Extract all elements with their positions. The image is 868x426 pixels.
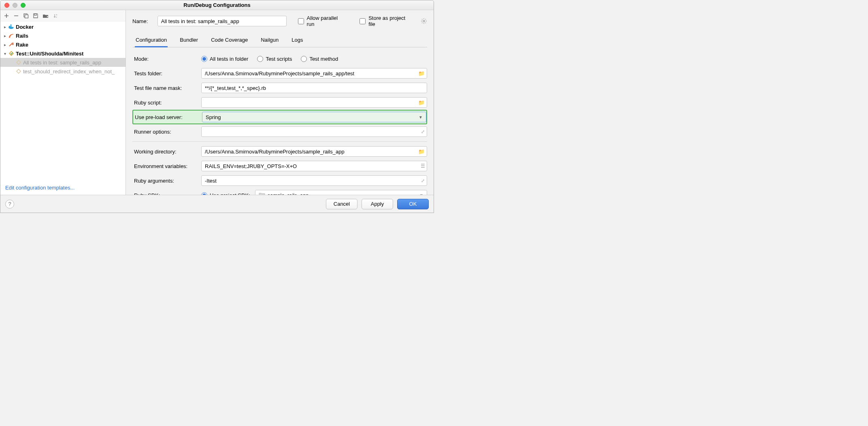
chevron-right-icon: ▸ [2, 25, 8, 29]
sidebar: az ▸ Docker ▸ Rails ▸ Rake [0, 10, 126, 195]
svg-point-8 [423, 20, 425, 22]
save-icon[interactable] [33, 13, 38, 19]
mode-radio-scripts[interactable]: Test scripts [257, 56, 292, 62]
svg-rect-1 [25, 15, 28, 18]
name-label: Name: [132, 18, 152, 24]
tab-bundler[interactable]: Bundler [179, 34, 199, 47]
mask-input[interactable] [201, 83, 427, 93]
tree-node-docker[interactable]: ▸ Docker [0, 22, 126, 31]
add-icon[interactable] [4, 13, 9, 19]
config-name-input[interactable] [157, 16, 287, 26]
config-tree: ▸ Docker ▸ Rails ▸ Rake ▾ Test:: [0, 21, 126, 181]
test-icon [15, 68, 22, 74]
store-project-checkbox[interactable]: Store as project file [360, 15, 413, 27]
dialog-footer: ? Cancel Apply OK [0, 195, 434, 213]
chevron-right-icon: ▸ [2, 34, 8, 38]
rails-icon [8, 33, 15, 38]
tree-node-rake[interactable]: ▸ Rake [0, 40, 126, 49]
mode-radio-folder[interactable]: All tests in folder [201, 56, 248, 62]
svg-rect-7 [11, 25, 12, 26]
sidebar-toolbar: az [0, 10, 126, 21]
edit-templates-link[interactable]: Edit configuration templates... [5, 185, 74, 191]
expand-icon[interactable]: ⤢ [421, 178, 425, 183]
copy-icon[interactable] [23, 13, 29, 19]
tree-node-rails[interactable]: ▸ Rails [0, 31, 126, 40]
folder-move-icon[interactable] [43, 13, 49, 19]
env-input[interactable] [201, 161, 427, 171]
tests-folder-label: Tests folder: [132, 70, 201, 77]
window-minimize-button[interactable] [13, 3, 17, 8]
folder-icon[interactable]: 📁 [418, 70, 425, 77]
expand-icon[interactable]: ⤢ [421, 129, 425, 134]
rubyargs-input[interactable] [201, 175, 427, 186]
tab-logs[interactable]: Logs [291, 34, 304, 47]
titlebar: Run/Debug Configurations [0, 0, 434, 10]
ruby-script-input[interactable] [201, 97, 427, 108]
mask-label: Test file name mask: [132, 85, 201, 91]
config-panel: Name: Allow parallel run Store as projec… [126, 10, 434, 195]
window-close-button[interactable] [4, 3, 9, 8]
chevron-down-icon: ▼ [419, 115, 423, 119]
ruby-script-label: Ruby script: [132, 100, 201, 106]
tree-label: test_should_redirect_index_when_not_ [23, 68, 115, 75]
svg-rect-2 [34, 14, 36, 15]
sdk-select[interactable]: sample_rails_app ▼ [255, 190, 427, 195]
test-icon [8, 51, 15, 56]
folder-icon [259, 192, 265, 195]
rake-icon [8, 42, 15, 47]
preload-select[interactable]: Spring ▼ [202, 112, 426, 122]
allow-parallel-checkbox[interactable]: Allow parallel run [298, 15, 347, 27]
config-tabs: Configuration Bundler Code Coverage Nail… [132, 34, 427, 47]
list-icon[interactable]: ☰ [421, 163, 425, 169]
checkbox-label: Allow parallel run [307, 15, 347, 27]
preload-label: Use pre-load server: [133, 114, 202, 120]
ok-button[interactable]: OK [397, 199, 429, 209]
tree-node-redirecttest[interactable]: test_should_redirect_index_when_not_ [0, 67, 126, 76]
divider [132, 141, 427, 142]
tab-configuration[interactable]: Configuration [135, 34, 168, 47]
apply-button[interactable]: Apply [362, 199, 393, 209]
remove-icon[interactable] [13, 13, 19, 19]
rubyargs-label: Ruby arguments: [132, 178, 201, 184]
tree-label: Rake [16, 42, 28, 48]
checkbox-label: Store as project file [368, 15, 413, 27]
tree-label: Rails [16, 33, 28, 39]
wd-input[interactable] [201, 146, 427, 157]
chevron-down-icon: ▾ [2, 51, 8, 56]
help-button[interactable]: ? [5, 200, 14, 209]
runner-input[interactable] [201, 126, 427, 137]
tab-nailgun[interactable]: Nailgun [260, 34, 279, 47]
tests-folder-input[interactable] [201, 68, 427, 79]
docker-icon [8, 24, 15, 30]
wd-label: Working directory: [132, 149, 201, 155]
svg-text:z: z [56, 16, 57, 18]
folder-icon[interactable]: 📁 [418, 149, 425, 155]
folder-icon[interactable]: 📁 [418, 100, 425, 106]
env-label: Environment variables: [132, 163, 201, 169]
gear-icon[interactable] [421, 18, 427, 24]
tree-label: Docker [16, 24, 34, 30]
sort-icon[interactable]: az [53, 13, 59, 19]
test-icon [15, 60, 22, 65]
runner-label: Runner options: [132, 129, 201, 135]
tab-coverage[interactable]: Code Coverage [210, 34, 249, 47]
mode-label: Mode: [132, 56, 201, 62]
window-zoom-button[interactable] [21, 3, 26, 8]
tree-node-testunit[interactable]: ▾ Test::Unit/Shoulda/Minitest [0, 49, 126, 58]
tree-label: All tests in test: sample_rails_app [23, 60, 101, 66]
mode-radio-method[interactable]: Test method [301, 56, 338, 62]
chevron-right-icon: ▸ [2, 43, 8, 47]
tree-label: Test::Unit/Shoulda/Minitest [16, 51, 83, 57]
preload-value: Spring [206, 114, 221, 120]
cancel-button[interactable]: Cancel [326, 199, 357, 209]
tree-node-alltests[interactable]: All tests in test: sample_rails_app [0, 58, 126, 67]
window-title: Run/Debug Configurations [0, 2, 434, 8]
